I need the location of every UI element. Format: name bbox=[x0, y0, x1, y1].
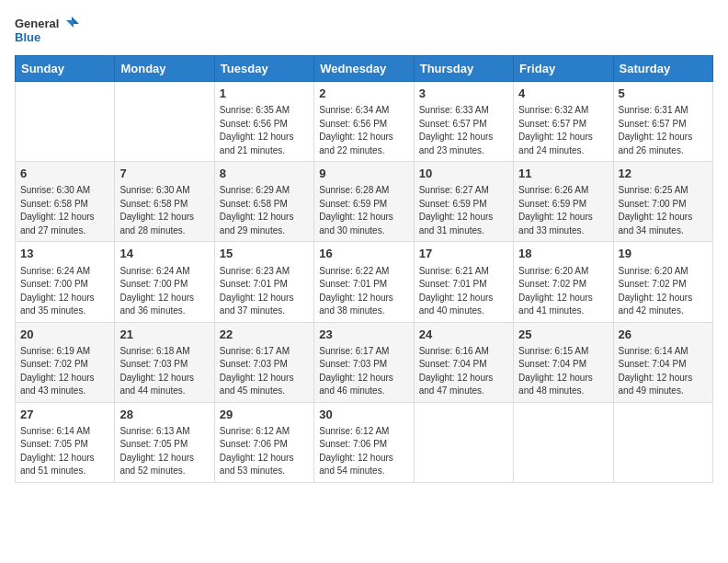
day-number: 30 bbox=[319, 407, 408, 423]
day-info: Sunrise: 6:13 AM Sunset: 7:05 PM Dayligh… bbox=[119, 425, 209, 478]
calendar-cell: 28Sunrise: 6:13 AM Sunset: 7:05 PM Dayli… bbox=[115, 402, 214, 482]
day-number: 12 bbox=[619, 166, 708, 182]
calendar-cell: 17Sunrise: 6:21 AM Sunset: 7:01 PM Dayli… bbox=[414, 242, 513, 322]
calendar-cell: 2Sunrise: 6:34 AM Sunset: 6:56 PM Daylig… bbox=[314, 82, 414, 162]
calendar-cell: 7Sunrise: 6:30 AM Sunset: 6:58 PM Daylig… bbox=[115, 162, 214, 242]
calendar-cell: 27Sunrise: 6:14 AM Sunset: 7:05 PM Dayli… bbox=[16, 402, 115, 482]
svg-text:General: General bbox=[15, 17, 59, 30]
day-info: Sunrise: 6:17 AM Sunset: 7:03 PM Dayligh… bbox=[220, 345, 309, 398]
day-info: Sunrise: 6:30 AM Sunset: 6:58 PM Dayligh… bbox=[20, 184, 109, 237]
day-number: 4 bbox=[518, 86, 608, 102]
day-number: 25 bbox=[518, 327, 608, 343]
svg-marker-3 bbox=[66, 20, 74, 28]
calendar-week-row: 13Sunrise: 6:24 AM Sunset: 7:00 PM Dayli… bbox=[16, 242, 713, 322]
day-info: Sunrise: 6:12 AM Sunset: 7:06 PM Dayligh… bbox=[319, 425, 408, 478]
day-info: Sunrise: 6:24 AM Sunset: 7:00 PM Dayligh… bbox=[20, 265, 109, 318]
logo: General Blue bbox=[15, 15, 79, 48]
day-info: Sunrise: 6:20 AM Sunset: 7:02 PM Dayligh… bbox=[518, 265, 608, 318]
column-header-thursday: Thursday bbox=[414, 56, 513, 82]
calendar-cell: 9Sunrise: 6:28 AM Sunset: 6:59 PM Daylig… bbox=[314, 162, 414, 242]
calendar-cell: 23Sunrise: 6:17 AM Sunset: 7:03 PM Dayli… bbox=[314, 322, 414, 402]
day-info: Sunrise: 6:21 AM Sunset: 7:01 PM Dayligh… bbox=[419, 265, 508, 318]
column-header-friday: Friday bbox=[514, 56, 613, 82]
day-info: Sunrise: 6:20 AM Sunset: 7:02 PM Dayligh… bbox=[619, 265, 708, 318]
calendar-cell: 26Sunrise: 6:14 AM Sunset: 7:04 PM Dayli… bbox=[613, 322, 712, 402]
calendar-cell: 6Sunrise: 6:30 AM Sunset: 6:58 PM Daylig… bbox=[16, 162, 115, 242]
day-info: Sunrise: 6:35 AM Sunset: 6:56 PM Dayligh… bbox=[220, 104, 309, 157]
calendar-cell: 16Sunrise: 6:22 AM Sunset: 7:01 PM Dayli… bbox=[314, 242, 414, 322]
calendar-week-row: 6Sunrise: 6:30 AM Sunset: 6:58 PM Daylig… bbox=[16, 162, 713, 242]
day-number: 13 bbox=[20, 246, 109, 262]
day-info: Sunrise: 6:34 AM Sunset: 6:56 PM Dayligh… bbox=[319, 104, 408, 157]
day-number: 10 bbox=[419, 166, 508, 182]
calendar-cell: 1Sunrise: 6:35 AM Sunset: 6:56 PM Daylig… bbox=[214, 82, 313, 162]
calendar-cell: 4Sunrise: 6:32 AM Sunset: 6:57 PM Daylig… bbox=[514, 82, 613, 162]
calendar-cell: 3Sunrise: 6:33 AM Sunset: 6:57 PM Daylig… bbox=[414, 82, 513, 162]
calendar-week-row: 1Sunrise: 6:35 AM Sunset: 6:56 PM Daylig… bbox=[16, 82, 713, 162]
day-info: Sunrise: 6:17 AM Sunset: 7:03 PM Dayligh… bbox=[319, 345, 408, 398]
day-number: 9 bbox=[319, 166, 408, 182]
column-header-saturday: Saturday bbox=[613, 56, 712, 82]
day-info: Sunrise: 6:16 AM Sunset: 7:04 PM Dayligh… bbox=[419, 345, 508, 398]
calendar-cell: 11Sunrise: 6:26 AM Sunset: 6:59 PM Dayli… bbox=[514, 162, 613, 242]
day-info: Sunrise: 6:32 AM Sunset: 6:57 PM Dayligh… bbox=[518, 104, 608, 157]
day-number: 23 bbox=[319, 327, 408, 343]
column-header-tuesday: Tuesday bbox=[214, 56, 313, 82]
day-info: Sunrise: 6:29 AM Sunset: 6:58 PM Dayligh… bbox=[220, 184, 309, 237]
calendar-cell: 24Sunrise: 6:16 AM Sunset: 7:04 PM Dayli… bbox=[414, 322, 513, 402]
day-number: 7 bbox=[119, 166, 209, 182]
day-info: Sunrise: 6:23 AM Sunset: 7:01 PM Dayligh… bbox=[220, 265, 309, 318]
day-number: 28 bbox=[119, 407, 209, 423]
calendar-week-row: 27Sunrise: 6:14 AM Sunset: 7:05 PM Dayli… bbox=[16, 402, 713, 482]
calendar-cell: 10Sunrise: 6:27 AM Sunset: 6:59 PM Dayli… bbox=[414, 162, 513, 242]
day-info: Sunrise: 6:31 AM Sunset: 6:57 PM Dayligh… bbox=[619, 104, 708, 157]
calendar-cell bbox=[115, 82, 214, 162]
day-info: Sunrise: 6:33 AM Sunset: 6:57 PM Dayligh… bbox=[419, 104, 508, 157]
day-number: 11 bbox=[518, 166, 608, 182]
day-info: Sunrise: 6:14 AM Sunset: 7:05 PM Dayligh… bbox=[20, 425, 109, 478]
day-number: 27 bbox=[20, 407, 109, 423]
day-number: 26 bbox=[619, 327, 708, 343]
day-info: Sunrise: 6:14 AM Sunset: 7:04 PM Dayligh… bbox=[619, 345, 708, 398]
calendar-cell: 13Sunrise: 6:24 AM Sunset: 7:00 PM Dayli… bbox=[16, 242, 115, 322]
day-info: Sunrise: 6:15 AM Sunset: 7:04 PM Dayligh… bbox=[518, 345, 608, 398]
calendar-cell: 21Sunrise: 6:18 AM Sunset: 7:03 PM Dayli… bbox=[115, 322, 214, 402]
calendar-cell: 15Sunrise: 6:23 AM Sunset: 7:01 PM Dayli… bbox=[214, 242, 313, 322]
calendar-cell: 20Sunrise: 6:19 AM Sunset: 7:02 PM Dayli… bbox=[16, 322, 115, 402]
calendar-cell: 5Sunrise: 6:31 AM Sunset: 6:57 PM Daylig… bbox=[613, 82, 712, 162]
calendar-cell: 30Sunrise: 6:12 AM Sunset: 7:06 PM Dayli… bbox=[314, 402, 414, 482]
day-number: 1 bbox=[220, 86, 309, 102]
day-number: 17 bbox=[419, 246, 508, 262]
day-number: 16 bbox=[319, 246, 408, 262]
column-header-sunday: Sunday bbox=[16, 56, 115, 82]
calendar-cell: 8Sunrise: 6:29 AM Sunset: 6:58 PM Daylig… bbox=[214, 162, 313, 242]
calendar-cell: 25Sunrise: 6:15 AM Sunset: 7:04 PM Dayli… bbox=[514, 322, 613, 402]
day-info: Sunrise: 6:25 AM Sunset: 7:00 PM Dayligh… bbox=[619, 184, 708, 237]
day-number: 2 bbox=[319, 86, 408, 102]
day-number: 15 bbox=[220, 246, 309, 262]
day-info: Sunrise: 6:19 AM Sunset: 7:02 PM Dayligh… bbox=[20, 345, 109, 398]
svg-text:Blue: Blue bbox=[15, 30, 40, 44]
calendar-header-row: SundayMondayTuesdayWednesdayThursdayFrid… bbox=[16, 56, 713, 82]
header: General Blue bbox=[15, 15, 713, 48]
day-number: 19 bbox=[619, 246, 708, 262]
logo-svg: General Blue bbox=[15, 15, 79, 48]
day-number: 29 bbox=[220, 407, 309, 423]
day-number: 18 bbox=[518, 246, 608, 262]
calendar-cell: 19Sunrise: 6:20 AM Sunset: 7:02 PM Dayli… bbox=[613, 242, 712, 322]
day-number: 21 bbox=[119, 327, 209, 343]
day-info: Sunrise: 6:12 AM Sunset: 7:06 PM Dayligh… bbox=[220, 425, 309, 478]
column-header-wednesday: Wednesday bbox=[314, 56, 414, 82]
day-info: Sunrise: 6:26 AM Sunset: 6:59 PM Dayligh… bbox=[518, 184, 608, 237]
day-number: 6 bbox=[20, 166, 109, 182]
calendar-cell bbox=[16, 82, 115, 162]
day-info: Sunrise: 6:27 AM Sunset: 6:59 PM Dayligh… bbox=[419, 184, 508, 237]
calendar-cell bbox=[613, 402, 712, 482]
calendar-cell bbox=[414, 402, 513, 482]
day-number: 14 bbox=[119, 246, 209, 262]
day-info: Sunrise: 6:30 AM Sunset: 6:58 PM Dayligh… bbox=[119, 184, 209, 237]
calendar-cell bbox=[514, 402, 613, 482]
calendar-cell: 12Sunrise: 6:25 AM Sunset: 7:00 PM Dayli… bbox=[613, 162, 712, 242]
calendar-cell: 14Sunrise: 6:24 AM Sunset: 7:00 PM Dayli… bbox=[115, 242, 214, 322]
column-header-monday: Monday bbox=[115, 56, 214, 82]
